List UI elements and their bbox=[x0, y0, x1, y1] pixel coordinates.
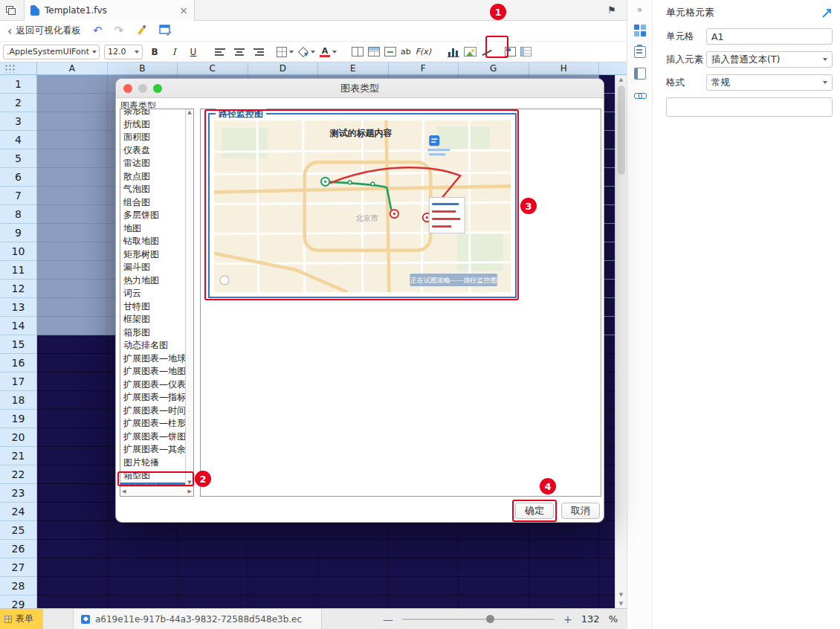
row-cells[interactable] bbox=[37, 521, 615, 540]
row-header[interactable]: 27 bbox=[0, 558, 37, 577]
sheet-tab-form[interactable]: 表单 bbox=[0, 609, 43, 629]
column-header[interactable]: F bbox=[389, 62, 459, 74]
row-header[interactable]: 24 bbox=[0, 503, 37, 521]
chart-type-item[interactable]: 多层饼图 bbox=[120, 209, 185, 222]
chart-type-item[interactable]: 词云 bbox=[120, 287, 185, 300]
publish-icon[interactable]: ⚑ bbox=[607, 4, 616, 16]
row-header[interactable]: 25 bbox=[0, 521, 37, 540]
panel-expand-icon[interactable] bbox=[821, 7, 833, 19]
document-id-tab[interactable]: a619e11e-917b-44a3-9832-72588d548e3b.ec bbox=[73, 609, 322, 629]
chart-type-item[interactable]: 散点图 bbox=[120, 170, 185, 184]
scroll-down-icon-2[interactable]: ▼ bbox=[619, 599, 623, 608]
row-cells[interactable] bbox=[37, 577, 615, 596]
row-header[interactable]: 23 bbox=[0, 484, 37, 503]
list-horizontal-scrollbar[interactable]: ◀ ▶ bbox=[120, 486, 193, 496]
dock-hyperlink-icon[interactable] bbox=[634, 89, 646, 101]
row-header[interactable]: 9 bbox=[0, 224, 37, 242]
align-right-button[interactable] bbox=[251, 45, 266, 59]
path-monitor-preview-group[interactable]: 路径监控图 bbox=[208, 113, 517, 298]
chart-type-item[interactable]: 组合图 bbox=[120, 196, 185, 210]
chart-type-item[interactable]: 扩展图表—其余 bbox=[120, 443, 185, 457]
dialog-titlebar[interactable]: 图表类型 bbox=[116, 79, 604, 98]
font-family-select[interactable]: .AppleSystemUIFont bbox=[3, 45, 100, 59]
chart-type-item[interactable]: 箱型图 bbox=[120, 469, 185, 483]
close-window-icon[interactable] bbox=[123, 84, 132, 93]
list-vertical-scrollbar[interactable]: ▲ ▼ bbox=[185, 109, 193, 486]
chart-type-item[interactable]: 扩展图表—仪表盘 bbox=[120, 378, 185, 392]
file-tab[interactable]: Template1.fvs × bbox=[24, 0, 195, 21]
row-cells[interactable] bbox=[37, 596, 615, 608]
column-header[interactable]: G bbox=[459, 62, 529, 74]
dock-collapse-icon[interactable]: » bbox=[637, 4, 642, 15]
scroll-down-icon[interactable]: ▼ bbox=[619, 590, 623, 599]
chart-type-item[interactable]: 甘特图 bbox=[120, 300, 185, 314]
row-cells[interactable] bbox=[37, 540, 615, 558]
row-header[interactable]: 7 bbox=[0, 187, 37, 205]
row-header[interactable]: 12 bbox=[0, 280, 37, 298]
row-header[interactable]: 28 bbox=[0, 577, 37, 596]
chart-type-item[interactable]: 箱形图 bbox=[120, 326, 185, 340]
undo-icon[interactable]: ↶ bbox=[93, 25, 103, 36]
chart-type-item[interactable]: 矩形树图 bbox=[120, 248, 185, 262]
window-restore-icon[interactable] bbox=[6, 6, 16, 15]
italic-button[interactable]: I bbox=[167, 45, 181, 59]
font-color-button[interactable]: A bbox=[320, 47, 337, 57]
list-scroll-left-icon[interactable]: ◀ bbox=[122, 489, 126, 494]
sheet-row[interactable]: 25 bbox=[0, 521, 615, 540]
bold-button[interactable]: B bbox=[147, 45, 162, 59]
dock-float-elements-icon[interactable] bbox=[634, 46, 646, 58]
zoom-slider[interactable] bbox=[402, 619, 555, 620]
text-widget-button[interactable]: ab bbox=[401, 47, 411, 57]
sheet-row[interactable]: 28 bbox=[0, 577, 615, 596]
merge-cells-button[interactable] bbox=[352, 47, 364, 57]
font-size-select[interactable]: 12.0 bbox=[104, 45, 143, 59]
select-all-corner[interactable] bbox=[0, 62, 37, 74]
zoom-slider-knob[interactable] bbox=[486, 615, 494, 623]
cell-content-input[interactable] bbox=[666, 97, 833, 117]
chart-type-item[interactable]: 扩展图表—饼图类 bbox=[120, 430, 185, 444]
data-list-button[interactable] bbox=[520, 47, 532, 57]
row-header[interactable]: 19 bbox=[0, 410, 37, 428]
chart-type-item[interactable]: 框架图 bbox=[120, 313, 185, 326]
chart-type-item[interactable]: 地图 bbox=[120, 222, 185, 236]
row-header[interactable]: 1 bbox=[0, 75, 37, 94]
list-scroll-right-icon[interactable]: ▶ bbox=[188, 489, 192, 494]
back-to-dashboard-button[interactable]: ‹ 返回可视化看板 bbox=[7, 25, 81, 37]
underline-button[interactable]: U bbox=[186, 45, 201, 59]
cell-ref-input[interactable] bbox=[706, 28, 833, 45]
row-header[interactable]: 21 bbox=[0, 447, 37, 465]
row-header[interactable]: 16 bbox=[0, 354, 37, 372]
chart-type-item[interactable]: 折线图 bbox=[120, 118, 185, 132]
row-header[interactable]: 14 bbox=[0, 317, 37, 335]
chart-type-item[interactable]: 条形图 bbox=[120, 109, 185, 118]
insert-cell-button[interactable] bbox=[384, 47, 396, 57]
column-header[interactable]: A bbox=[37, 62, 108, 74]
ok-button[interactable]: 确定 bbox=[515, 503, 554, 519]
column-header[interactable]: E bbox=[318, 62, 389, 74]
row-header[interactable]: 11 bbox=[0, 261, 37, 280]
scroll-up-icon[interactable]: ▲ bbox=[619, 75, 623, 84]
dock-cell-elements-icon[interactable] bbox=[634, 25, 646, 36]
zoom-window-icon[interactable] bbox=[153, 84, 162, 93]
cancel-button[interactable]: 取消 bbox=[561, 503, 600, 519]
sheet-row[interactable]: 26 bbox=[0, 540, 615, 558]
chart-type-item[interactable]: 雷达图 bbox=[120, 157, 185, 170]
row-header[interactable]: 22 bbox=[0, 465, 37, 484]
row-header[interactable]: 4 bbox=[0, 131, 37, 149]
insert-chart-button[interactable] bbox=[448, 47, 459, 57]
row-header[interactable]: 13 bbox=[0, 298, 37, 317]
dock-widget-settings-icon[interactable] bbox=[634, 68, 646, 80]
align-left-button[interactable] bbox=[213, 45, 227, 59]
chart-type-item[interactable]: 扩展图表—地球类 bbox=[120, 352, 185, 366]
format-painter-icon[interactable] bbox=[135, 24, 147, 38]
chart-type-item[interactable]: 仪表盘 bbox=[120, 144, 185, 158]
borders-button[interactable] bbox=[277, 47, 294, 57]
chart-type-item[interactable]: 热力地图 bbox=[120, 274, 185, 288]
row-header[interactable]: 10 bbox=[0, 242, 37, 261]
zoom-in-button[interactable]: + bbox=[563, 613, 572, 625]
chart-type-item[interactable]: 面积图 bbox=[120, 131, 185, 144]
table-design-icon[interactable] bbox=[159, 25, 172, 38]
column-header[interactable]: H bbox=[529, 62, 600, 74]
redo-icon[interactable]: ↷ bbox=[114, 25, 123, 36]
sheet-row[interactable]: 29 bbox=[0, 596, 615, 608]
